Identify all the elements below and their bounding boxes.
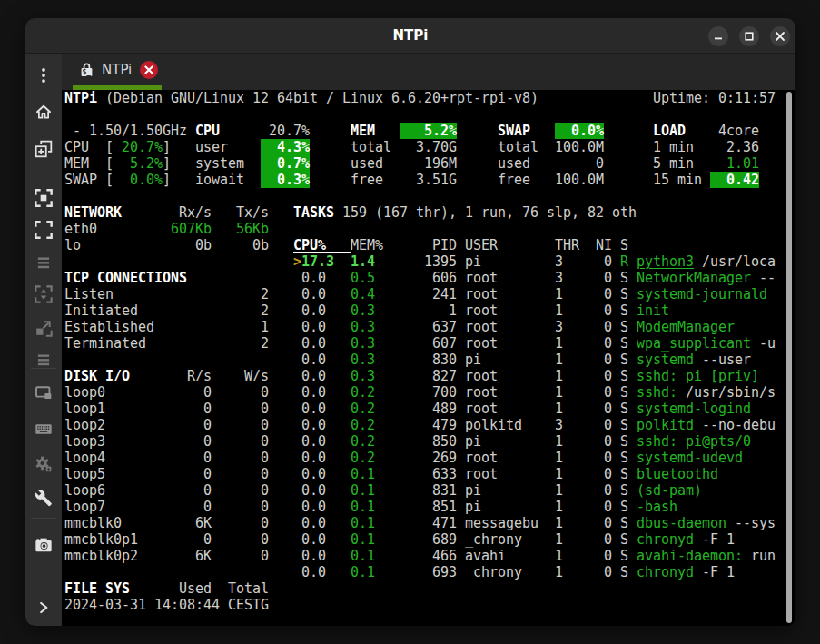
terminal-line: loop7 0 0 0.0 0.1 851 pi 1 0 S -bash bbox=[64, 499, 776, 515]
terminal-line: loop3 0 0 0.0 0.2 850 pi 1 0 S sshd: pi@… bbox=[64, 433, 776, 450]
fullscreen-button[interactable] bbox=[35, 221, 53, 239]
terminal-line: FILE SYS Used Total bbox=[64, 580, 776, 597]
chevron-icon bbox=[35, 599, 53, 617]
maximize-button[interactable] bbox=[739, 26, 759, 46]
dynamic-resolution-button[interactable] bbox=[35, 189, 53, 207]
kebab-menu-button[interactable] bbox=[35, 66, 53, 84]
duplicate-tab-button[interactable] bbox=[35, 140, 53, 158]
terminal-line: mmcblk0 6K 0 0.0 0.1 471 messagebu 1 0 S… bbox=[64, 515, 776, 531]
terminal-scrollbar[interactable] bbox=[786, 92, 792, 623]
terminal-line: lo 0b 0b CPU% MEM% PID USER THR NI S bbox=[64, 237, 776, 253]
close-button[interactable] bbox=[770, 26, 790, 46]
fullscreen-icon bbox=[35, 221, 53, 239]
bars-icon bbox=[35, 253, 53, 272]
tab-close-icon bbox=[140, 61, 158, 79]
terminal-line: 2024-03-31 14:08:44 CESTG bbox=[64, 597, 776, 613]
minimize-button[interactable] bbox=[708, 26, 728, 46]
toolbar-separator bbox=[31, 173, 56, 173]
monitor-icon bbox=[35, 383, 53, 401]
remmina-window: NTPi $_ bbox=[25, 18, 795, 626]
window-title: NTPi bbox=[25, 18, 795, 54]
gears-icon bbox=[35, 456, 53, 474]
toolbar-separator bbox=[31, 368, 56, 369]
scale-fit-button[interactable] bbox=[35, 319, 53, 337]
terminal-line: Initiated 2 0.0 0.3 1 root 1 0 S init bbox=[64, 302, 776, 319]
home-button[interactable] bbox=[35, 103, 53, 121]
terminal-view[interactable]: NTPi (Debian GNU/Linux 12 64bit / Linux … bbox=[62, 90, 795, 626]
terminal-line: eth0 607Kb 56Kb bbox=[64, 221, 776, 237]
titlebar[interactable]: NTPi bbox=[25, 18, 795, 54]
terminal-line: loop2 0 0 0.0 0.2 479 polkitd 3 0 S polk… bbox=[64, 417, 776, 433]
preferences-button[interactable] bbox=[35, 456, 53, 474]
terminal-line: loop0 0 0 0.0 0.2 700 root 1 0 S sshd: /… bbox=[64, 384, 776, 401]
terminal-line: loop6 0 0 0.0 0.1 831 pi 1 0 S (sd-pam) bbox=[64, 482, 776, 499]
maximize-icon bbox=[739, 26, 759, 46]
glances-screen: NTPi (Debian GNU/Linux 12 64bit / Linux … bbox=[64, 90, 776, 613]
remmina-toolbar bbox=[25, 54, 62, 626]
terminal-line bbox=[64, 106, 776, 123]
terminal-line: mmcblk0p2 6K 0 0.0 0.1 466 avahi 1 0 S a… bbox=[64, 548, 776, 564]
duplicate-icon bbox=[35, 140, 53, 158]
terminal-line: Listen 2 0.0 0.4 241 root 1 0 S systemd-… bbox=[64, 286, 776, 302]
terminal-line: loop5 0 0 0.0 0.1 633 root 1 0 S bluetoo… bbox=[64, 466, 776, 482]
screenshot-button[interactable] bbox=[35, 536, 53, 554]
ssh-lock-icon: $_ bbox=[80, 62, 94, 77]
bars-icon bbox=[35, 351, 53, 369]
scaler-options-2-button[interactable] bbox=[35, 351, 53, 369]
terminal-line: NTPi (Debian GNU/Linux 12 64bit / Linux … bbox=[64, 90, 776, 106]
terminal-line: mmcblk0p1 0 0 0.0 0.1 689 _chrony 1 0 S … bbox=[64, 531, 776, 548]
scalefit-icon bbox=[35, 319, 53, 337]
terminal-line: 0.0 0.1 693 _chrony 1 0 S chronyd -F 1 bbox=[64, 564, 776, 580]
terminal-line: CPU [ 20.7%] user 4.3% total 3.70G total… bbox=[64, 139, 776, 155]
terminal-line: - 1.50/1.50GHz CPU 20.7% MEM 5.2% SWAP 0… bbox=[64, 123, 776, 139]
tab-bar: $_ NTPi bbox=[62, 54, 795, 90]
scaler-options-button[interactable] bbox=[35, 253, 53, 272]
updown-icon bbox=[35, 285, 53, 303]
minimize-icon bbox=[708, 26, 728, 46]
terminal-line: loop1 0 0 0.0 0.2 489 root 1 0 S systemd… bbox=[64, 401, 776, 417]
tab-ntpi[interactable]: $_ NTPi bbox=[73, 54, 165, 85]
terminal-line bbox=[64, 188, 776, 204]
keyboard-icon bbox=[35, 420, 53, 438]
terminal-line: Established 1 0.0 0.3 637 root 3 0 S Mod… bbox=[64, 319, 776, 335]
terminal-line: >17.3 1.4 1395 pi 3 0 R python3 /usr/loc… bbox=[64, 253, 776, 270]
svg-text:$_: $_ bbox=[82, 68, 91, 76]
terminal-line: Terminated 2 0.0 0.3 607 root 1 0 S wpa_… bbox=[64, 335, 776, 352]
scaled-mode-button[interactable] bbox=[35, 285, 53, 303]
tab-label: NTPi bbox=[102, 62, 132, 78]
camera-icon bbox=[35, 536, 53, 554]
toolbar-separator bbox=[31, 518, 56, 519]
tools-button[interactable] bbox=[35, 489, 53, 507]
kebab-icon bbox=[35, 66, 53, 84]
home-icon bbox=[35, 103, 53, 121]
terminal-line: MEM [ 5.2%] system 0.7% used 196M used 0… bbox=[64, 155, 776, 172]
collapse-toolbar-button[interactable] bbox=[35, 599, 53, 617]
wrench-icon bbox=[35, 489, 53, 507]
dynres-icon bbox=[35, 189, 53, 207]
terminal-line: 0.0 0.3 830 pi 1 0 S systemd --user bbox=[64, 352, 776, 368]
terminal-line: NETWORK Rx/s Tx/s TASKS 159 (167 thr), 1… bbox=[64, 204, 776, 221]
terminal-line: DISK I/O R/s W/s 0.0 0.3 827 root 1 0 S … bbox=[64, 368, 776, 384]
terminal-line: TCP CONNECTIONS 0.0 0.5 606 root 3 0 S N… bbox=[64, 270, 776, 286]
close-icon bbox=[770, 26, 790, 46]
multi-monitor-button[interactable] bbox=[35, 383, 53, 401]
keyboard-grab-button[interactable] bbox=[35, 420, 53, 438]
tab-close-button[interactable] bbox=[140, 61, 158, 79]
terminal-line: loop4 0 0 0.0 0.2 269 root 1 0 S systemd… bbox=[64, 450, 776, 466]
terminal-line: SWAP [ 0.0%] iowait 0.3% free 3.51G free… bbox=[64, 172, 776, 188]
